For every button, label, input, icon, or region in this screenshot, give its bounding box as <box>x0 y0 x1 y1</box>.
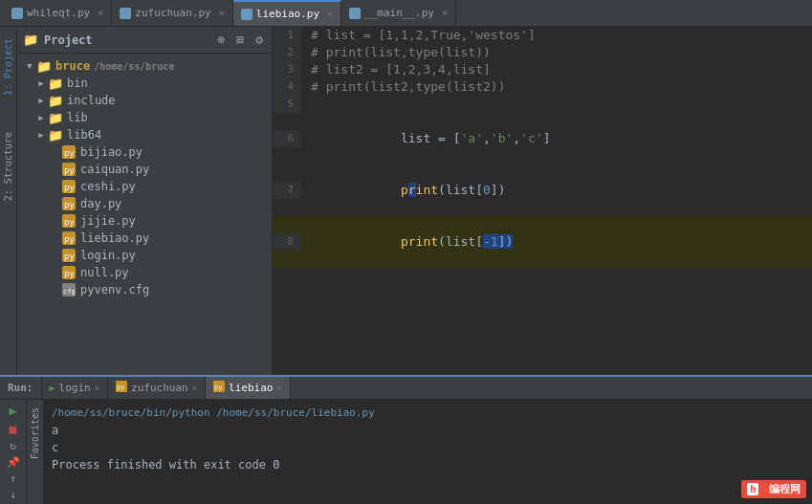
bottom-tab-zufuchuan[interactable]: py zufuchuan × <box>108 377 206 399</box>
watermark-icon: h <box>747 483 758 495</box>
tab-main[interactable]: __main__.py × <box>341 0 456 26</box>
pyvenv-label: pyvenv.cfg <box>80 283 149 296</box>
editor-area: 1 # list = [1,1,2,True,'westos'] 2 # pri… <box>273 27 812 375</box>
include-folder-icon: 📁 <box>48 94 63 107</box>
favorites-tab[interactable]: Favorites <box>28 404 42 463</box>
tab-zufuchuan[interactable]: zufuchuan.py × <box>112 0 233 26</box>
code-line-7: 7 print(list[0]) <box>273 164 812 216</box>
tree-item-lib[interactable]: ▶ 📁 lib <box>17 109 272 126</box>
output-exit-line: Process finished with exit code 0 <box>52 456 804 473</box>
day-icon: py <box>61 197 77 210</box>
line-content-7: print(list[0]) <box>301 164 506 216</box>
tree-item-day[interactable]: ▶ py day.py <box>17 195 272 212</box>
tab-close-icon[interactable]: × <box>98 8 103 18</box>
tab-close-icon[interactable]: × <box>219 8 225 18</box>
tab-py-icon <box>241 9 252 20</box>
line-num-5: 5 <box>273 96 301 113</box>
side-tab-structure[interactable]: 2: Structure <box>1 128 15 205</box>
line-content-6: list = ['a','b','c'] <box>301 113 550 164</box>
line-content-8: print(list[-1]) <box>301 216 513 268</box>
liebiao-py-icon: py <box>213 381 225 395</box>
tree-arrow-bin: ▶ <box>34 78 48 88</box>
lib64-folder-icon: 📁 <box>48 128 63 142</box>
bottom-panel: Run: ▶ login × py zufuchuan × py liebiao… <box>0 375 812 504</box>
lib-folder-icon: 📁 <box>48 111 63 124</box>
svg-text:py: py <box>214 383 222 391</box>
day-label: day.py <box>80 197 121 210</box>
tree-item-lib64[interactable]: ▶ 📁 lib64 <box>17 126 272 143</box>
pin-button[interactable]: 📌 <box>4 456 23 469</box>
ceshi-label: ceshi.py <box>80 180 136 193</box>
tree-item-pyvenv[interactable]: ▶ cfg pyvenv.cfg <box>17 281 272 298</box>
tree-item-bijiao[interactable]: ▶ py bijiao.py <box>17 143 272 161</box>
bottom-tab-login[interactable]: ▶ login × <box>42 377 109 399</box>
sidebar-title: Project <box>44 33 209 47</box>
svg-text:py: py <box>64 234 75 244</box>
watermark-text: 编程网 <box>769 483 801 495</box>
folder-icon: 📁 <box>23 33 38 47</box>
line-num-7: 7 <box>273 182 301 199</box>
editor-tab-bar: whileqt.py × zufuchuan.py × liebiao.py ×… <box>0 0 812 27</box>
bottom-tab-login-label: login <box>59 382 91 394</box>
tree-item-bin[interactable]: ▶ 📁 bin <box>17 75 272 92</box>
null-label: null.py <box>80 266 129 279</box>
line-content-4: # print(list2,type(list2)) <box>301 78 506 96</box>
add-icon[interactable]: ⊕ <box>215 32 229 48</box>
bottom-tab-liebiao-label: liebiao <box>229 382 273 394</box>
scroll-up-icon[interactable]: ↑ <box>4 472 23 485</box>
bijiao-icon: py <box>61 145 77 159</box>
bin-label: bin <box>67 77 88 90</box>
tab-liebiao[interactable]: liebiao.py × <box>233 0 341 26</box>
line-content-1: # list = [1,1,2,True,'westos'] <box>301 27 536 44</box>
file-tree: ▼ 📁 bruce /home/ss/bruce ▶ 📁 bin ▶ 📁 inc… <box>17 54 272 375</box>
svg-text:py: py <box>64 165 75 175</box>
sidebar-panel: 📁 Project ⊕ ⊞ ⚙ ▼ 📁 bruce /home/ss/bruce… <box>17 27 273 375</box>
stop-button[interactable]: ■ <box>4 422 23 436</box>
settings-icon[interactable]: ⚙ <box>252 32 266 48</box>
bottom-tab-bar: Run: ▶ login × py zufuchuan × py liebiao… <box>0 377 812 400</box>
expand-icon[interactable]: ⊞ <box>233 32 247 48</box>
play-button[interactable]: ▶ <box>4 404 23 418</box>
tree-item-ceshi[interactable]: ▶ py ceshi.py <box>17 178 272 195</box>
output-result-a: a <box>52 424 58 437</box>
tab-label: zufuchuan.py <box>135 7 210 19</box>
tree-item-null[interactable]: ▶ py null.py <box>17 264 272 281</box>
watermark: h 编程网 <box>741 480 806 498</box>
run-label: Run: <box>0 377 42 399</box>
line-num-3: 3 <box>273 61 301 78</box>
bottom-tab-zufuchuan-label: zufuchuan <box>131 382 188 394</box>
bottom-tab-liebiao[interactable]: py liebiao × <box>206 377 291 399</box>
tree-item-jijie[interactable]: ▶ py jijie.py <box>17 212 272 230</box>
jijie-icon: py <box>61 214 77 228</box>
bottom-tab-close-icon2[interactable]: × <box>192 383 197 393</box>
tab-close-icon[interactable]: × <box>442 8 448 18</box>
tab-label: liebiao.py <box>256 8 319 20</box>
bijiao-label: bijiao.py <box>80 145 143 159</box>
tree-item-caiquan[interactable]: ▶ py caiquan.py <box>17 161 272 178</box>
zufuchuan-py-icon: py <box>116 381 127 395</box>
scroll-down-icon[interactable]: ↓ <box>4 489 23 501</box>
bottom-tab-close-icon3[interactable]: × <box>276 383 281 393</box>
tree-item-liebiao[interactable]: ▶ py liebiao.py <box>17 230 272 247</box>
output-path-line: /home/ss/bruce/bin/python /home/ss/bruce… <box>52 404 804 422</box>
svg-text:cfg: cfg <box>63 288 76 296</box>
root-path: /home/ss/bruce <box>94 61 174 72</box>
bottom-content-area: ▶ ■ ↻ 📌 ↑ ↓ Favorites /home/ss/bruce/bin… <box>0 400 812 504</box>
code-editor[interactable]: 1 # list = [1,1,2,True,'westos'] 2 # pri… <box>273 27 812 375</box>
bottom-tab-close-icon[interactable]: × <box>95 383 99 393</box>
tree-item-include[interactable]: ▶ 📁 include <box>17 92 272 109</box>
tab-close-icon[interactable]: × <box>327 9 333 19</box>
tab-whileqt[interactable]: whileqt.py × <box>4 0 112 26</box>
tab-label: whileqt.py <box>27 7 90 19</box>
output-result-c: c <box>52 441 58 454</box>
code-line-1: 1 # list = [1,1,2,True,'westos'] <box>273 27 812 44</box>
rerun-button[interactable]: ↻ <box>4 440 23 452</box>
code-line-2: 2 # print(list,type(list)) <box>273 44 812 61</box>
tree-root[interactable]: ▼ 📁 bruce /home/ss/bruce <box>17 57 272 75</box>
tab-py-icon <box>120 8 131 19</box>
root-folder-icon: 📁 <box>36 59 52 73</box>
output-line-c: c <box>52 439 804 456</box>
side-tab-project[interactable]: 1: Project <box>1 34 15 99</box>
tree-item-login[interactable]: ▶ py login.py <box>17 247 272 264</box>
line-content-3: # list2 = [1,2,3,4,list] <box>301 61 491 78</box>
